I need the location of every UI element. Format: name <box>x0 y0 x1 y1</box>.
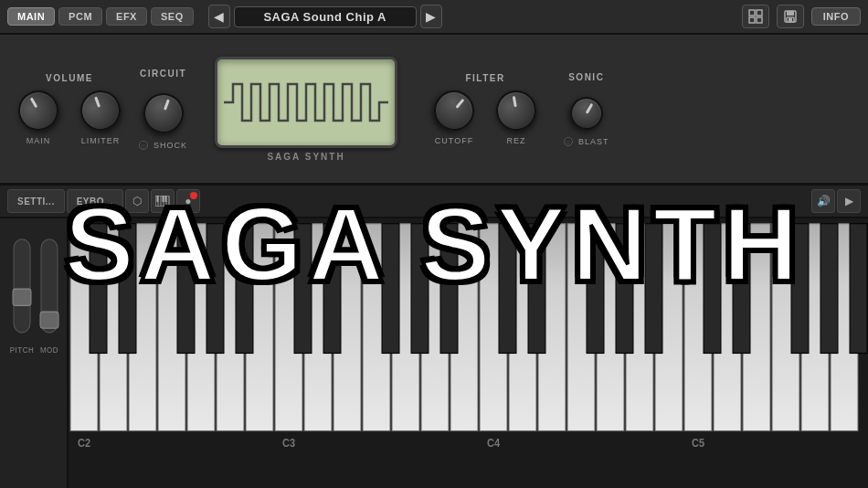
limiter-knob[interactable] <box>75 84 126 135</box>
svg-text:C2: C2 <box>78 436 90 449</box>
volume-knobs-row: MAIN LIMITER <box>18 90 121 145</box>
cutoff-knob[interactable] <box>426 82 482 139</box>
prev-preset-button[interactable]: ◀ <box>208 5 230 28</box>
svg-rect-64 <box>587 224 604 354</box>
filter-section-label: FILTER <box>465 73 504 83</box>
record-button[interactable]: ● <box>176 189 200 213</box>
tab-seq[interactable]: SEQ <box>151 7 194 26</box>
display-wrap: SAGA SYNTH <box>215 57 397 162</box>
svg-rect-23 <box>40 312 58 328</box>
svg-rect-66 <box>645 224 662 354</box>
top-bar-right: INFO <box>742 5 861 28</box>
svg-rect-0 <box>749 10 755 16</box>
display-screen <box>215 57 397 148</box>
sonic-knob-wrap <box>570 97 603 130</box>
svg-rect-55 <box>206 224 224 354</box>
preset-name: SAGA Sound Chip A <box>234 6 417 27</box>
synth-panel: VOLUME MAIN LIMITER CIRCUIT <box>0 35 868 186</box>
svg-rect-59 <box>382 224 399 354</box>
circuit-knobs <box>143 93 184 133</box>
svg-rect-60 <box>411 224 429 354</box>
tab-efx[interactable]: EFX <box>106 7 147 26</box>
main-volume-knob[interactable] <box>11 82 66 137</box>
svg-rect-1 <box>757 10 762 16</box>
cutoff-knob-label: CUTOFF <box>435 136 473 145</box>
keyboard-section: PITCH MOD <box>0 218 868 488</box>
svg-text:MOD: MOD <box>40 345 58 355</box>
rez-knob-label: REZ <box>507 136 526 145</box>
piano-keyboard-svg: PITCH MOD <box>0 218 868 488</box>
tab-main[interactable]: MAIN <box>7 7 55 26</box>
svg-text:C3: C3 <box>282 436 295 449</box>
toolbar-icon-1[interactable]: ⬡ <box>125 189 149 213</box>
svg-rect-15 <box>164 196 166 202</box>
blast-label: BLAST <box>578 137 609 146</box>
circuit-section-label: CIRCUIT <box>140 69 186 79</box>
svg-rect-70 <box>820 224 838 354</box>
save-icon <box>783 9 798 24</box>
top-bar: MAIN PCM EFX SEQ ◀ SAGA Sound Chip A ▶ <box>0 0 868 35</box>
svg-rect-54 <box>177 224 195 354</box>
svg-rect-7 <box>789 18 792 21</box>
svg-rect-62 <box>499 224 516 354</box>
svg-rect-20 <box>13 289 31 305</box>
info-button[interactable]: INFO <box>811 7 861 26</box>
waveform-display <box>224 70 388 134</box>
save-icon-button[interactable] <box>777 5 804 28</box>
svg-rect-65 <box>616 224 633 354</box>
piano-keys-icon <box>155 196 170 207</box>
shock-label: SHOCK <box>153 141 187 150</box>
main-knob-label: MAIN <box>26 136 51 145</box>
volume-section-label: VOLUME <box>46 73 93 83</box>
keyboard-tab[interactable]: EYBO... <box>67 189 123 213</box>
next-preset-button[interactable]: ▶ <box>420 5 442 28</box>
svg-rect-5 <box>787 11 794 16</box>
blast-led[interactable] <box>564 137 573 146</box>
svg-text:C5: C5 <box>692 436 704 449</box>
svg-rect-63 <box>528 224 545 354</box>
limiter-knob-label: LIMITER <box>81 136 121 145</box>
filter-section: FILTER CUTOFF REZ <box>434 73 536 145</box>
tab-pcm[interactable]: PCM <box>58 7 102 26</box>
record-indicator <box>190 192 197 199</box>
svg-rect-57 <box>294 224 312 354</box>
preset-nav: ◀ SAGA Sound Chip A ▶ <box>208 5 442 28</box>
rez-knob-wrap: REZ <box>496 90 536 145</box>
volume-section: VOLUME MAIN LIMITER <box>18 73 121 145</box>
svg-rect-14 <box>162 196 164 202</box>
main-knob-wrap: MAIN <box>18 90 58 145</box>
svg-rect-13 <box>156 196 158 202</box>
piano-icon[interactable] <box>151 189 175 213</box>
circuit-knob-wrap <box>143 93 184 133</box>
svg-rect-71 <box>850 224 867 354</box>
circuit-knob[interactable] <box>137 87 188 138</box>
svg-rect-2 <box>749 17 755 23</box>
cutoff-knob-wrap: CUTOFF <box>434 90 474 145</box>
main-layout: MAIN PCM EFX SEQ ◀ SAGA Sound Chip A ▶ <box>0 0 868 488</box>
svg-rect-61 <box>440 224 458 354</box>
speaker-icon-button[interactable]: 🔊 <box>811 189 835 213</box>
svg-rect-52 <box>90 224 107 354</box>
play-button[interactable]: ▶ <box>837 189 861 213</box>
svg-rect-68 <box>733 224 750 354</box>
display-brand-label: SAGA SYNTH <box>267 152 344 162</box>
svg-rect-58 <box>323 224 341 354</box>
svg-rect-3 <box>757 17 762 23</box>
circuit-section: CIRCUIT SHOCK <box>139 69 187 150</box>
svg-rect-19 <box>14 239 30 333</box>
sonic-knob[interactable] <box>564 90 609 135</box>
blast-row: BLAST <box>564 137 609 146</box>
svg-rect-56 <box>236 224 253 354</box>
rez-knob[interactable] <box>493 87 540 133</box>
svg-rect-69 <box>791 224 809 354</box>
shock-led[interactable] <box>139 141 148 150</box>
sonic-section: SONIC BLAST <box>564 72 609 146</box>
svg-rect-18 <box>67 218 69 488</box>
grid-icon-button[interactable] <box>742 5 769 28</box>
settings-tab[interactable]: SETTI... <box>7 189 65 213</box>
svg-rect-67 <box>704 224 721 354</box>
limiter-knob-wrap: LIMITER <box>80 90 121 145</box>
svg-rect-53 <box>119 224 136 354</box>
sonic-section-label: SONIC <box>568 72 604 82</box>
filter-knobs-row: CUTOFF REZ <box>434 90 536 145</box>
